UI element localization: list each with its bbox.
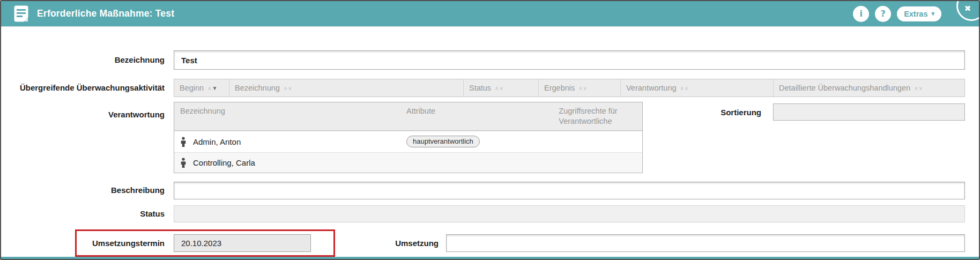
umsetzungstermin-label: Umsetzungstermin [77, 239, 174, 248]
umsetzungstermin-value: 20.10.2023 [181, 239, 221, 248]
titlebar: Erforderliche Maßnahme: Test i ? Extras … [1, 1, 979, 27]
row-status: Status [1, 205, 965, 222]
table-row[interactable]: Admin, Anton hauptverantwortlich [174, 131, 642, 152]
row-beschreibung: Beschreibung [1, 182, 965, 199]
verantwortung-table-header: Bezeichnung Attribute Zugriffsrechte für… [174, 102, 642, 131]
column-header-beginn[interactable]: Beginn ∧▼ [174, 79, 229, 96]
beschreibung-input[interactable] [174, 182, 965, 199]
sortierung-input[interactable] [773, 103, 965, 121]
status-label: Status [1, 209, 174, 219]
column-label: Beginn [180, 84, 204, 92]
column-label: Bezeichnung [235, 84, 280, 92]
umsetzung-label: Umsetzung [335, 239, 446, 248]
table-row[interactable]: Controlling, Carla [174, 152, 642, 173]
status-badge: hauptverantwortlich [406, 136, 480, 147]
verantwortung-label: Verantwortung [1, 102, 174, 120]
close-icon: ✖ [964, 4, 971, 13]
beschreibung-label: Beschreibung [1, 185, 174, 195]
sort-icon[interactable]: ∧∨ [495, 85, 504, 91]
verantwortung-table: Bezeichnung Attribute Zugriffsrechte für… [174, 102, 643, 173]
column-label: Verantwortung [626, 84, 677, 92]
bezeichnung-input[interactable]: Test [174, 50, 965, 70]
row-bezeichnung: Bezeichnung Test [1, 50, 965, 70]
column-header-bezeichnung[interactable]: Bezeichnung ∧∨ [229, 79, 464, 96]
page-title: Erforderliche Maßnahme: Test [37, 8, 174, 19]
close-button[interactable]: ✖ [956, 0, 980, 21]
sort-icon[interactable]: ∧∨ [680, 85, 689, 91]
column-header-attribute: Attribute [400, 102, 553, 130]
window-footer-strip [1, 257, 979, 260]
row-ueberwachungsaktivitaet: Übergreifende Überwachungsaktivität Begi… [1, 79, 965, 97]
column-header-status[interactable]: Status ∧∨ [464, 79, 539, 96]
help-button[interactable]: ? [875, 6, 891, 22]
sort-icon[interactable]: ∧∨ [914, 85, 923, 91]
info-button[interactable]: i [853, 6, 869, 22]
column-header-verantwortung[interactable]: Verantwortung ∧∨ [621, 79, 774, 96]
row-umsetzungstermin: Umsetzungstermin 20.10.2023 Umsetzung [1, 229, 965, 257]
column-header-ergebnis[interactable]: Ergebnis ∧∨ [539, 79, 621, 96]
status-field [174, 205, 965, 222]
person-icon [180, 158, 187, 168]
highlight-box: Umsetzungstermin 20.10.2023 [75, 229, 335, 257]
responsible-name: Admin, Anton [193, 137, 241, 146]
info-icon: i [859, 9, 862, 19]
form-content: Bezeichnung Test Übergreifende Überwachu… [1, 27, 979, 257]
sort-icon[interactable]: ∧∨ [578, 85, 588, 91]
person-icon [180, 137, 187, 147]
document-icon [14, 5, 28, 22]
titlebar-actions: i ? Extras ▾ [853, 6, 941, 22]
column-header-bezeichnung: Bezeichnung [174, 102, 400, 130]
umsetzung-input[interactable] [446, 234, 965, 252]
column-header-detaillierte-ueberwachungshandlungen[interactable]: Detaillierte Überwachungshandlungen ∧∨ [774, 79, 964, 96]
column-label: Status [469, 84, 491, 92]
chevron-down-icon: ▾ [931, 11, 934, 17]
help-icon: ? [880, 9, 885, 19]
extras-button-label: Extras [904, 10, 927, 18]
umsetzungstermin-date-field[interactable]: 20.10.2023 [174, 234, 311, 252]
column-label: Ergebnis [544, 84, 575, 92]
ueberwachung-table-header: Beginn ∧▼ Bezeichnung ∧∨ Status ∧∨ Ergeb… [174, 79, 965, 97]
column-label: Detaillierte Überwachungshandlungen [779, 84, 910, 92]
sort-icon[interactable]: ∧▼ [207, 85, 218, 91]
dialog-window: Erforderliche Maßnahme: Test i ? Extras … [0, 0, 980, 260]
bezeichnung-value: Test [181, 56, 197, 65]
sortierung-group: Sortierung [643, 103, 965, 121]
column-header-zugriffsrechte: Zugriffsrechte für Verantwortliche [553, 102, 642, 130]
bezeichnung-label: Bezeichnung [1, 55, 174, 65]
sortierung-label: Sortierung [643, 108, 773, 117]
row-verantwortung: Verantwortung Bezeichnung Attribute Zugr… [1, 102, 965, 173]
extras-button[interactable]: Extras ▾ [897, 6, 941, 21]
ueberwachung-label: Übergreifende Überwachungsaktivität [1, 79, 174, 93]
sort-icon[interactable]: ∧∨ [284, 85, 293, 91]
responsible-name: Controlling, Carla [193, 158, 255, 167]
